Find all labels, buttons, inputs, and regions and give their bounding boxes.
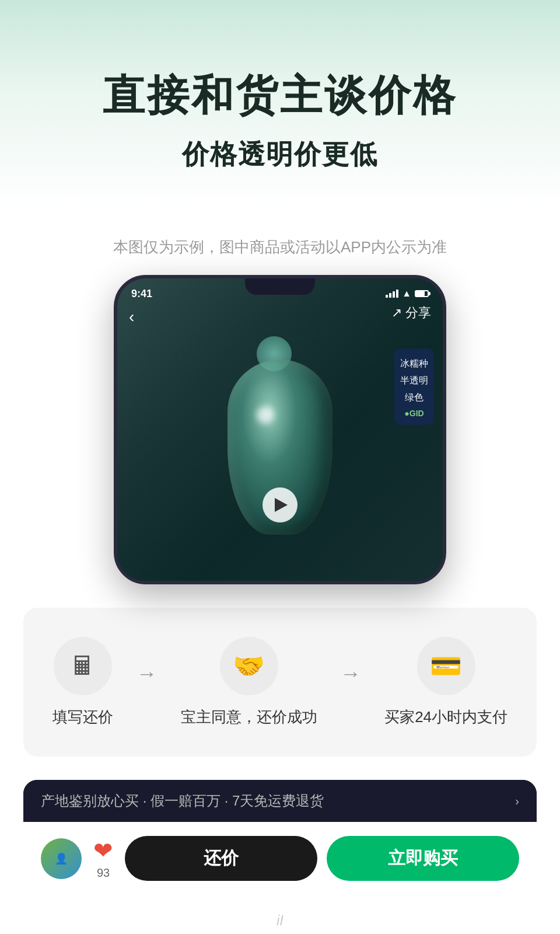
share-icon: ↗ <box>391 305 402 320</box>
heart-icon: ❤ <box>93 837 113 864</box>
tag-green: 绿色 <box>400 389 428 406</box>
gid-logo: ●GID <box>400 409 428 418</box>
haunjia-button[interactable]: 还价 <box>125 836 317 881</box>
back-button[interactable]: ‹ <box>129 308 134 326</box>
seller-avatar[interactable]: 👤 <box>41 838 82 879</box>
payment-icon: 💳 <box>430 651 462 681</box>
battery-icon <box>415 290 429 297</box>
bottom-bar-section: 产地鉴别放心买 · 假一赔百万 · 7天免运费退货 › 👤 ❤ 93 还价 立即… <box>23 780 537 895</box>
process-section: 🖩 填写还价 → 🤝 宝主同意，还价成功 → 💳 买家24小时内支付 <box>23 608 537 757</box>
phone-section: 9:41 ▲ ‹ <box>0 275 560 608</box>
disclaimer-text: 本图仅为示例，图中商品或活动以APP内公示为准 <box>0 208 560 275</box>
watermark: iI <box>0 895 560 934</box>
process-step-1: 🖩 填写还价 <box>52 637 113 727</box>
trust-banner[interactable]: 产地鉴别放心买 · 假一赔百万 · 7天免运费退货 › <box>23 780 537 822</box>
phone-mockup: 9:41 ▲ ‹ <box>114 275 446 584</box>
play-icon <box>275 498 288 512</box>
step2-label: 宝主同意，还价成功 <box>181 707 317 727</box>
step1-icon-wrap: 🖩 <box>54 637 112 695</box>
jade-background: ‹ ↗ 分享 冰糯种 半透明 绿色 ●GID <box>117 278 443 581</box>
gid-badge: 冰糯种 半透明 绿色 ●GID <box>394 348 434 424</box>
step2-icon-wrap: 🤝 <box>220 637 278 695</box>
action-buttons: 还价 立即购买 <box>125 836 519 881</box>
hero-title: 直接和货主谈价格 <box>23 70 537 120</box>
bottom-action-bar: 👤 ❤ 93 还价 立即购买 <box>23 822 537 895</box>
status-bar: 9:41 ▲ <box>117 283 443 304</box>
process-step-3: 💳 买家24小时内支付 <box>384 637 508 727</box>
hero-subtitle: 价格透明价更低 <box>23 137 537 173</box>
step3-label: 买家24小时内支付 <box>384 707 508 727</box>
step3-icon-wrap: 💳 <box>417 637 475 695</box>
tag-ice: 冰糯种 <box>400 356 428 372</box>
hero-section: 直接和货主谈价格 价格透明价更低 <box>0 0 560 208</box>
heart-area[interactable]: ❤ 93 <box>93 837 113 880</box>
play-button[interactable] <box>262 487 298 522</box>
handshake-icon: 🤝 <box>233 651 265 681</box>
buy-button[interactable]: 立即购买 <box>327 836 519 881</box>
calculator-icon: 🖩 <box>70 651 96 681</box>
status-icons: ▲ <box>386 288 429 299</box>
share-button[interactable]: ↗ 分享 <box>391 304 431 322</box>
process-step-2: 🤝 宝主同意，还价成功 <box>181 637 317 727</box>
watermark-text: iI <box>276 912 284 928</box>
signal-icon <box>386 290 398 298</box>
jade-highlight <box>257 406 274 424</box>
arrow-2: → <box>340 661 361 686</box>
trust-text: 产地鉴别放心买 · 假一赔百万 · 7天免运费退货 <box>41 792 324 810</box>
arrow-1: → <box>136 661 158 686</box>
wifi-icon: ▲ <box>402 288 411 299</box>
avatar-image: 👤 <box>41 838 82 879</box>
phone-content: 9:41 ▲ ‹ <box>117 278 443 581</box>
trust-arrow: › <box>515 794 519 808</box>
heart-count: 93 <box>97 866 110 880</box>
step1-label: 填写还价 <box>52 707 113 727</box>
status-time: 9:41 <box>131 288 152 300</box>
tag-translucent: 半透明 <box>400 372 428 389</box>
